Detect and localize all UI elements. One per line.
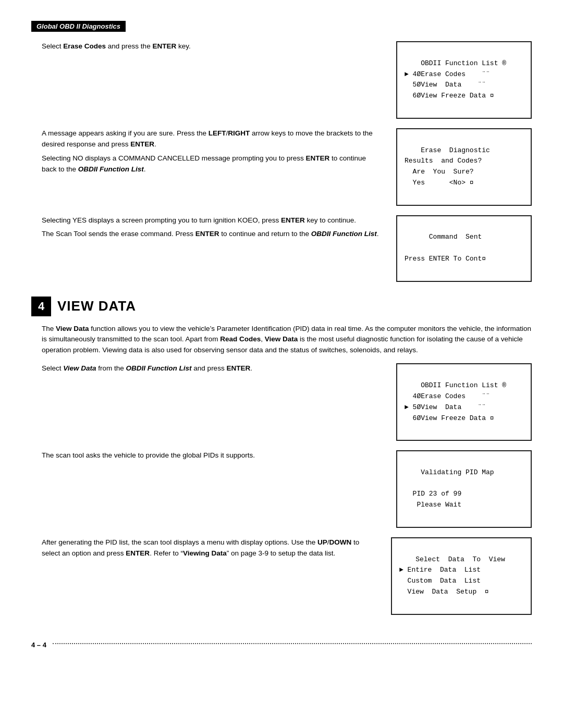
text-selecting-no: Selecting NO displays a COMMAND CANCELLE… (42, 154, 305, 162)
selecting-yes-section: Selecting YES displays a screen promptin… (31, 215, 532, 282)
text-enter-4: ENTER (281, 216, 305, 224)
screen-obdii-text-2: OBDII Function List ® 4ØErase Codes ¨¨ ►… (405, 381, 506, 422)
text-enter-6: ENTER (226, 364, 250, 372)
text-obdii-function-list-link: OBDII Function List (78, 165, 144, 173)
text-select-erase: Select (42, 42, 63, 50)
text-obdii-function-list-link-2: OBDII Function List (311, 230, 377, 238)
text-erase-codes-bold: Erase Codes (63, 42, 106, 50)
text-viewing-data-bold: Viewing Data (183, 549, 227, 557)
validating-pid-section: The scan tool asks the vehicle to provid… (31, 450, 532, 528)
erase-codes-section: Select Erase Codes and press the ENTER k… (31, 41, 532, 119)
screen-command-sent: Command Sent Press ENTER To Cont¤ (396, 215, 532, 282)
text-enter-3: ENTER (305, 154, 329, 162)
select-view-data-section: Select View Data from the OBDII Function… (31, 363, 532, 441)
text-scan-tool-asks: The scan tool asks the vehicle to provid… (42, 450, 381, 461)
text-scan-tool-sends: The Scan Tool sends the erase command. P… (42, 230, 195, 238)
view-data-heading: 4 VIEW DATA (31, 297, 532, 316)
screen-erase-text: Erase Diagnostic Results and Codes? Are … (405, 146, 490, 187)
section-title: VIEW DATA (57, 298, 136, 314)
text-enter-2: ENTER (130, 140, 154, 148)
screen-validating-pid: Validating PID Map PID 23 of 99 Please W… (396, 450, 532, 528)
screen-obdii-text-1: OBDII Function List ® ► 4ØErase Codes ¨¨… (405, 59, 506, 100)
text-enter-5: ENTER (195, 230, 219, 238)
after-pid-text: After generating the PID list, the scan … (31, 537, 375, 562)
screen-obdii-function-list-1: OBDII Function List ® ► 4ØErase Codes ¨¨… (396, 41, 532, 119)
text-enter-7: ENTER (126, 549, 150, 557)
screen-obdii-function-list-2: OBDII Function List ® 4ØErase Codes ¨¨ ►… (396, 363, 532, 441)
message-appears-section: A message appears asking if you are sure… (31, 128, 532, 206)
view-data-body: The View Data function allows you to vie… (31, 324, 532, 356)
text-view-data-menu: View Data (63, 364, 96, 372)
footer: 4 – 4 (31, 641, 532, 649)
footer-dots (53, 643, 532, 644)
screen-select-data-text: Select Data To View ► Entire Data List C… (399, 556, 505, 596)
message-appears-text: A message appears asking if you are sure… (31, 128, 381, 178)
text-message-appears: A message appears asking if you are sure… (42, 129, 209, 137)
selecting-yes-text: Selecting YES displays a screen promptin… (31, 215, 381, 243)
header-bar: Global OBD II Diagnostics (31, 21, 126, 32)
screen-erase-diagnostic: Erase Diagnostic Results and Codes? Are … (396, 128, 532, 206)
text-obdii-fn-list: OBDII Function List (126, 364, 192, 372)
erase-codes-text: Select Erase Codes and press the ENTER k… (31, 41, 381, 55)
text-press-enter: and press the (106, 42, 152, 50)
text-down-bold: DOWN (329, 538, 352, 546)
text-up-bold: UP (317, 538, 327, 546)
text-return-to: to continue and return to the (219, 230, 311, 238)
select-view-data-text: Select View Data from the OBDII Function… (31, 363, 381, 377)
text-left-bold: LEFT (209, 129, 226, 137)
screen-command-text: Command Sent Press ENTER To Cont¤ (405, 233, 486, 263)
text-selecting-yes: Selecting YES displays a screen promptin… (42, 216, 281, 224)
text-view-data-bold: View Data (56, 325, 89, 332)
text-view-data-bold-2: View Data (265, 335, 298, 343)
validating-pid-text: The scan tool asks the vehicle to provid… (31, 450, 381, 464)
text-read-codes-bold: Read Codes (220, 335, 261, 343)
screen-select-data: Select Data To View ► Entire Data List C… (391, 537, 532, 615)
text-right-bold: RIGHT (228, 129, 250, 137)
after-pid-section: After generating the PID list, the scan … (31, 537, 532, 615)
text-key: key. (176, 42, 191, 50)
text-enter-bold: ENTER (152, 42, 176, 50)
screen-validating-text: Validating PID Map PID 23 of 99 Please W… (405, 468, 494, 509)
section-number: 4 (31, 297, 51, 316)
text-key-continue: key to continue. (305, 216, 356, 224)
footer-page-number: 4 – 4 (31, 641, 46, 649)
header-label: Global OBD II Diagnostics (36, 22, 120, 30)
